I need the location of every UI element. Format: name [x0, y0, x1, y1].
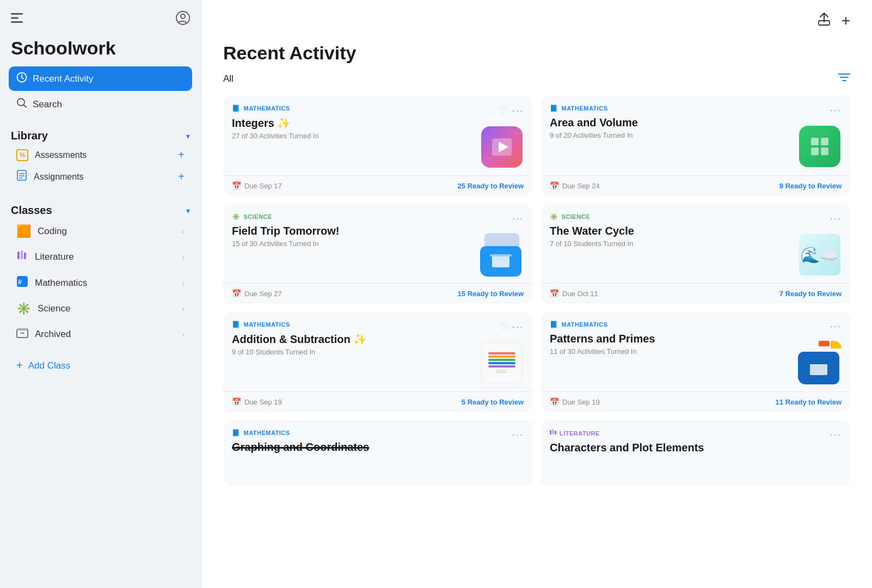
- coding-label: Coding: [38, 226, 67, 237]
- mathematics-label: Mathematics: [35, 278, 87, 289]
- card-integers-title: Integers ✨: [232, 117, 480, 130]
- area-footer: 📅 Due Sep 24 9 Ready to Review: [541, 175, 850, 195]
- card-addition[interactable]: 📘 MATHEMATICS Addition & Subtraction ✨ 9…: [223, 312, 532, 412]
- area-due-date: 📅 Due Sep 24: [550, 181, 600, 190]
- numbers-icon: [799, 126, 840, 167]
- card-field-subject: ✳️ SCIENCE: [232, 213, 480, 220]
- water-footer: 📅 Due Oct 11 7 Ready to Review: [541, 283, 850, 303]
- patterns-ready-review[interactable]: 11 Ready to Review: [776, 398, 842, 406]
- calendar-icon3: 📅: [232, 289, 241, 298]
- nav-search[interactable]: Search: [9, 92, 192, 117]
- integers-heart-button[interactable]: ♡: [499, 105, 508, 117]
- card-characters-subject: LITERATURE: [550, 429, 830, 437]
- add-class-button[interactable]: + Add Class: [9, 354, 192, 377]
- addition-more-button[interactable]: ···: [512, 321, 524, 333]
- card-integers-subtitle: 27 of 30 Activities Turned In: [232, 132, 480, 140]
- card-patterns-title: Patterns and Primes: [550, 333, 798, 345]
- classes-header[interactable]: Classes ▾: [9, 202, 192, 219]
- addition-ready-review[interactable]: 5 Ready to Review: [462, 398, 524, 406]
- assessments-icon: %: [16, 149, 28, 161]
- library-header[interactable]: Library ▾: [9, 127, 192, 144]
- card-water-subject: ✳️ SCIENCE: [550, 213, 798, 220]
- archived-icon: [16, 327, 28, 342]
- nav-recent-activity[interactable]: Recent Activity: [9, 66, 192, 91]
- svg-rect-28: [811, 148, 819, 155]
- svg-rect-1: [11, 17, 19, 19]
- water-due-date: 📅 Due Oct 11: [550, 289, 598, 298]
- mathematics-icon: #: [16, 275, 28, 291]
- sidebar-top-icons: [9, 11, 192, 28]
- svg-rect-8: [17, 170, 26, 180]
- share-button[interactable]: [818, 12, 831, 29]
- field-thumbnail: [480, 233, 524, 277]
- card-addition-subject: 📘 MATHEMATICS: [232, 321, 480, 328]
- svg-rect-14: [24, 253, 26, 259]
- science-icon3: ✳️: [550, 213, 558, 220]
- classes-chevron-icon: ▾: [186, 206, 190, 215]
- card-graphing[interactable]: 📘 MATHEMATICS Graphing and Coordinates ·…: [223, 420, 532, 486]
- main-content-area: + Recent Activity All 📘: [201, 0, 872, 588]
- calendar-icon6: 📅: [550, 397, 559, 406]
- coding-icon: 🟧: [16, 224, 31, 238]
- svg-rect-26: [811, 138, 819, 145]
- card-water-cycle[interactable]: ✳️ SCIENCE The Water Cycle 7 of 10 Stude…: [541, 204, 850, 303]
- card-area-volume[interactable]: 📘 MATHEMATICS Area and Volume 9 of 20 Ac…: [541, 96, 850, 195]
- patterns-more-button[interactable]: ···: [830, 321, 842, 332]
- card-characters[interactable]: LITERATURE Characters and Plot Elements …: [541, 420, 850, 486]
- class-item-mathematics[interactable]: # Mathematics ›: [9, 270, 192, 296]
- clock-icon: [16, 72, 27, 85]
- math-book-icon2: 📘: [550, 105, 558, 112]
- svg-rect-13: [21, 250, 23, 259]
- card-graphing-title: Graphing and Coordinates: [232, 441, 512, 454]
- graphing-more-button[interactable]: ···: [512, 429, 524, 440]
- water-ready-review[interactable]: 7 Ready to Review: [779, 290, 842, 298]
- card-area-title: Area and Volume: [550, 117, 798, 129]
- library-title: Library: [11, 130, 48, 142]
- library-item-assignments[interactable]: Assignments +: [9, 166, 192, 188]
- add-assessment-button[interactable]: +: [178, 149, 185, 161]
- card-patterns-subtitle: 11 of 30 Activities Turned In: [550, 347, 798, 356]
- card-integers[interactable]: 📘 MATHEMATICS Integers ✨ 27 of 30 Activi…: [223, 96, 532, 195]
- add-assignment-button[interactable]: +: [178, 170, 185, 183]
- math-book-icon3: 📘: [232, 321, 241, 328]
- sidebar: Schoolwork Recent Activity Search Librar…: [0, 0, 201, 588]
- field-ready-review[interactable]: 15 Ready to Review: [458, 290, 524, 298]
- class-item-coding[interactable]: 🟧 Coding ›: [9, 219, 192, 244]
- nav-recent-activity-label: Recent Activity: [33, 74, 94, 84]
- math-book-icon4: 📘: [550, 321, 558, 328]
- water-more-button[interactable]: ···: [830, 213, 842, 224]
- svg-line-7: [24, 105, 27, 108]
- characters-more-button[interactable]: ···: [830, 429, 842, 440]
- field-more-button[interactable]: ···: [512, 213, 524, 224]
- card-addition-subtitle: 9 of 10 Students Turned In: [232, 348, 480, 356]
- class-item-literature[interactable]: Literature ›: [9, 244, 192, 270]
- card-graphing-subject: 📘 MATHEMATICS: [232, 429, 512, 437]
- filter-button[interactable]: [838, 72, 850, 85]
- header-action-buttons: +: [818, 12, 850, 29]
- card-field-title: Field Trip Tomorrow!: [232, 225, 480, 237]
- svg-rect-27: [821, 138, 828, 145]
- card-field-trip[interactable]: ✳️ SCIENCE Field Trip Tomorrow! 15 of 30…: [223, 204, 532, 303]
- math-doc-icon: DOC: [481, 342, 523, 384]
- integers-more-button[interactable]: ···: [512, 105, 524, 117]
- integers-ready-review[interactable]: 25 Ready to Review: [458, 182, 524, 190]
- profile-button[interactable]: [176, 11, 190, 28]
- mathematics-chevron-icon: ›: [182, 279, 185, 287]
- svg-rect-2: [11, 21, 23, 23]
- library-item-assessments[interactable]: % Assessments +: [9, 144, 192, 166]
- classes-section: Classes ▾ 🟧 Coding › Literature: [9, 202, 192, 347]
- card-patterns-subject: 📘 MATHEMATICS: [550, 321, 798, 328]
- addition-heart-button[interactable]: ♡: [499, 321, 508, 333]
- literature-chevron-icon: ›: [182, 253, 185, 261]
- area-more-button[interactable]: ···: [830, 105, 842, 116]
- add-class-label: Add Class: [28, 360, 70, 371]
- class-item-science[interactable]: ✳️ Science ›: [9, 296, 192, 321]
- keynote-icon: [481, 126, 523, 168]
- assignments-icon: [16, 170, 27, 183]
- area-ready-review[interactable]: 9 Ready to Review: [779, 182, 842, 190]
- class-item-archived[interactable]: Archived ›: [9, 321, 192, 347]
- sidebar-toggle-button[interactable]: [11, 13, 23, 26]
- card-patterns[interactable]: 📘 MATHEMATICS Patterns and Primes 11 of …: [541, 312, 850, 412]
- add-button[interactable]: +: [842, 12, 850, 29]
- literature-label: Literature: [35, 252, 74, 262]
